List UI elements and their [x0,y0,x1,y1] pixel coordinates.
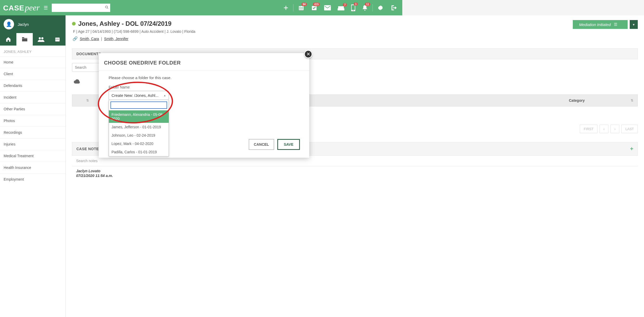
case-links: 🔗 Smith, Cara | Smith, Jennifer [73,36,195,41]
sidebar-tabs [0,33,65,46]
nav-employment[interactable]: Employment [0,173,65,185]
folder-option[interactable]: James, Jefferson - 01-01-2019 [109,123,169,131]
badge: 415 [313,3,320,6]
case-header: Jones, Ashley - DOL 07/24/2019 F | Age 2… [72,20,402,41]
nav-recordings[interactable]: Recordings [0,126,65,138]
tab-folder-icon[interactable] [16,33,33,46]
badge: 1 [354,2,358,6]
tab-home-icon[interactable] [0,33,16,46]
related-link-2[interactable]: Smith, Jennifer [104,37,128,41]
svg-rect-23 [57,39,58,40]
nav-health-insurance[interactable]: Health Insurance [0,162,65,173]
selected-value: Create New: /Jones, Ashl... [111,93,159,98]
link-sep: | [101,37,102,41]
badge: 94 [301,3,307,6]
user-block[interactable]: 👤 Jaclyn [0,15,65,33]
tab-people-icon[interactable] [33,33,49,46]
tasks-icon[interactable]: 415 [308,5,320,11]
nav-other-parties[interactable]: Other Parties [0,103,65,115]
badge: 11 [365,3,370,6]
folder-option[interactable]: Friedemann, Alexandria - 05-08-2020 [109,110,169,123]
svg-point-0 [105,6,107,8]
sidebar: 👤 Jaclyn JONES, ASHLEY Home Client Defen… [0,15,66,198]
folder-option[interactable]: Padilla, Carlos - 01-01-2019 [109,148,169,156]
inbox-icon[interactable]: 7 [334,5,347,10]
svg-rect-5 [299,7,300,8]
notes-title: CASE NOTE [76,147,99,151]
add-icon[interactable] [280,5,292,10]
global-search[interactable] [52,4,110,12]
menu-icon[interactable]: ☰ [44,5,48,11]
modal-text: Please choose a folder for this case. [109,75,309,80]
gear-icon[interactable] [374,5,387,11]
folder-name-select[interactable]: Create New: /Jones, Ashl... ▲ [109,91,169,100]
note-author: Jaclyn Lovato [76,169,402,173]
calendar-icon[interactable]: 94 [295,5,307,11]
folder-filter-input[interactable] [110,102,167,109]
th-sort[interactable]: ⇅ [72,95,93,106]
nav-photos[interactable]: Photos [0,115,65,126]
svg-rect-15 [352,5,355,10]
folder-options-dropdown: Friedemann, Alexandria - 05-08-2020 Jame… [109,100,169,156]
nav-client[interactable]: Client [0,68,65,80]
chevron-up-icon: ▲ [163,94,166,97]
folder-name-label: Folder Name [109,85,309,89]
status-dot-icon [72,22,76,26]
avatar: 👤 [4,19,14,29]
svg-point-19 [39,37,41,39]
nav-incident[interactable]: Incident [0,91,65,103]
user-name: Jaclyn [18,22,29,27]
case-label: JONES, ASHLEY [0,46,65,56]
tab-calendar-icon[interactable] [49,33,65,46]
logo-peer: peer [25,3,40,12]
top-header: CASE peer ☰ 94 415 7 1 [0,0,402,15]
note-time: 07/21/2020 11:54 a.m. [76,174,402,178]
svg-rect-7 [302,7,303,8]
logo-case: CASE [3,4,24,12]
cancel-button[interactable]: CANCEL [249,139,274,150]
link-icon: 🔗 [73,36,78,41]
svg-rect-10 [302,9,303,9]
onedrive-folder-modal: ✕ CHOOSE ONEDRIVE FOLDER Please choose a… [99,53,309,158]
save-button[interactable]: SAVE [277,139,300,150]
search-icon[interactable] [102,5,111,10]
svg-point-20 [41,37,43,39]
svg-rect-24 [58,39,59,40]
folder-option[interactable]: Johnson, Leo - 02-24-2019 [109,131,169,140]
case-meta: F | Age 27 | 04/14/1993 | (714) 598-6899… [73,29,195,34]
nav-injuries[interactable]: Injuries [0,138,65,150]
svg-rect-13 [338,8,344,10]
svg-rect-22 [56,39,56,40]
badge: 7 [343,3,347,7]
note-item[interactable]: Jaclyn Lovato 07/21/2020 11:54 a.m. [72,166,402,180]
svg-point-16 [353,10,354,11]
bell-icon[interactable]: 11 [359,5,371,11]
nav-defendants[interactable]: Defendants [0,80,65,91]
related-link-1[interactable]: Smith, Cara [80,37,99,41]
mobile-icon[interactable]: 1 [348,4,358,11]
logout-icon[interactable] [387,5,400,11]
svg-rect-3 [300,5,300,7]
header-actions: 94 415 7 1 11 [280,4,400,11]
nav-medical-treatment[interactable]: Medical Treatment [0,150,65,162]
mail-icon[interactable] [321,5,334,10]
svg-rect-6 [301,7,301,8]
svg-rect-9 [301,9,301,9]
svg-rect-8 [299,9,300,9]
svg-line-1 [107,8,108,9]
close-icon[interactable]: ✕ [304,50,312,58]
search-input[interactable] [52,6,102,10]
logo[interactable]: CASE peer [3,3,40,12]
svg-point-17 [364,10,365,11]
nav-home[interactable]: Home [0,56,65,68]
case-title: Jones, Ashley - DOL 07/24/2019 [78,20,172,27]
folder-option[interactable]: Lopez, Mark - 04-02-2020 [109,140,169,148]
modal-title: CHOOSE ONEDRIVE FOLDER [99,58,309,71]
